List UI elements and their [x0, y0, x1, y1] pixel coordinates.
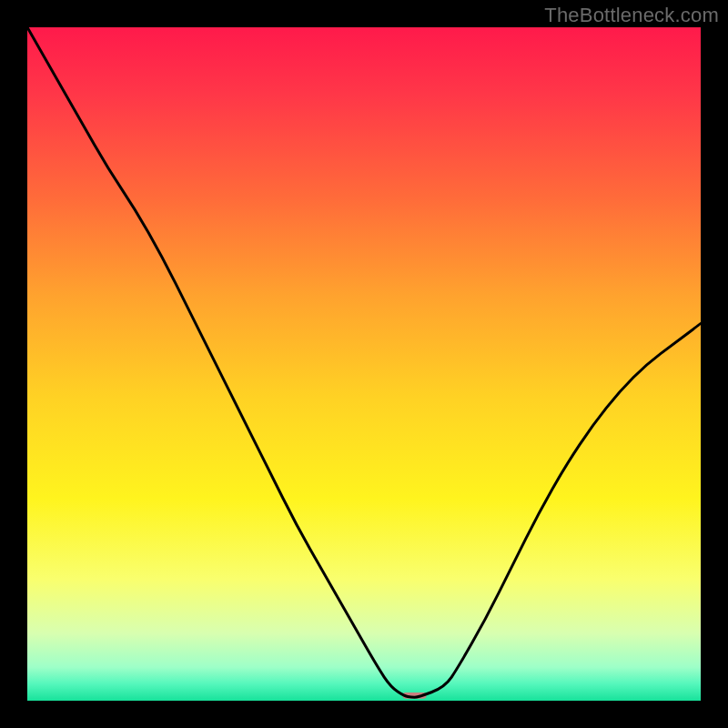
- chart-frame: TheBottleneck.com: [0, 0, 728, 728]
- plot-background: [27, 27, 701, 701]
- bottleneck-plot: [27, 27, 701, 701]
- watermark-text: TheBottleneck.com: [544, 4, 719, 27]
